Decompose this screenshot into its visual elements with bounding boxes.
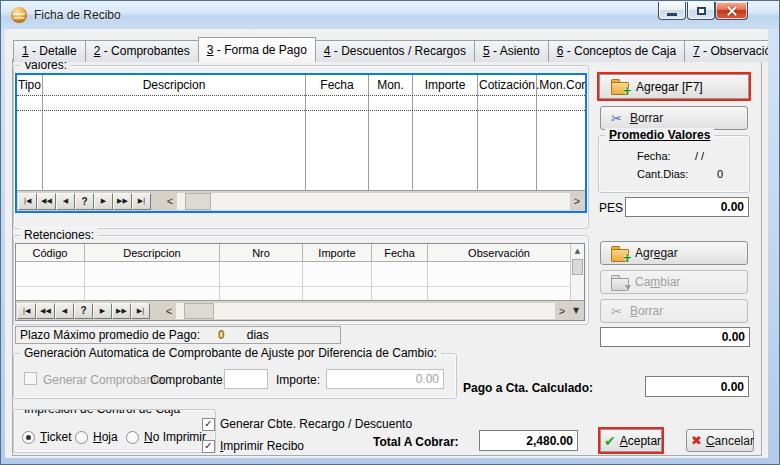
importe-field[interactable]: 0.00 [326,369,444,389]
retenciones-row-divider [16,286,570,287]
nav-first-button[interactable]: |◀ [17,303,36,319]
generar-cbte-checkbox[interactable]: ✓ [202,418,215,431]
nav-first-button[interactable]: |◀ [18,193,37,210]
aceptar-button[interactable]: ✔ Aceptar [600,429,662,452]
retenciones-group-label: Retenciones: [20,228,98,242]
impresion-group-label: Impresión de Control de Caja [20,409,184,416]
retenciones-col-observacion[interactable]: Observación [428,244,570,261]
nav-search-button[interactable]: ? [74,303,93,319]
generacion-group: Generación Automatica de Comprobante de … [13,353,457,399]
retenciones-grid[interactable]: Código Descripcion Nro Importe Fecha Obs… [15,243,585,321]
valores-agregar-button[interactable]: + Agregar [F7] [599,74,749,99]
tab-comprobantes[interactable]: 2 - Comprobantes [85,40,199,62]
nav-prev-button[interactable]: ◀ [55,303,74,319]
valores-hscrollbar[interactable]: < > [163,193,584,210]
valores-col-descripcion[interactable]: Descripcion [43,75,306,190]
valores-col-fecha[interactable]: Fecha [306,75,369,190]
retenciones-vscroll-thumb[interactable] [572,259,583,275]
retenciones-col-codigo[interactable]: Código [16,244,85,261]
scroll-up-icon[interactable]: ▲ [571,244,584,258]
nav-next-button[interactable]: ▶ [94,193,113,210]
radio-ticket-circle[interactable] [22,431,35,444]
retenciones-col-fecha[interactable]: Fecha [372,244,428,261]
imprimir-recibo-checkbox[interactable]: ✓ [202,440,215,453]
retenciones-total-field[interactable]: 0.00 [600,327,750,347]
valores-col-importe[interactable]: Importe [413,75,478,190]
imprimir-recibo-checkbox-item[interactable]: ✓ Imprimir Recibo [202,439,304,453]
tab-forma-de-pago[interactable]: 3 - Forma de Pago [198,37,316,62]
minimize-button[interactable] [658,2,686,20]
valores-grid[interactable]: Tipo Descripcion Fecha Mon. Importe Coti… [15,73,587,213]
scroll-left-icon[interactable]: < [162,305,176,317]
restore-button[interactable] [687,2,715,20]
generar-cbte-checkbox-item[interactable]: ✓ Generar Cbte. Recargo / Descuento [202,417,412,431]
radio-hoja-circle[interactable] [75,431,88,444]
valores-col-tipo[interactable]: Tipo [17,75,43,190]
pago-cta-field[interactable]: 0.00 [645,376,749,397]
radio-no-imprimir[interactable]: No Imprimir [126,430,206,444]
valores-col-mon[interactable]: Mon. [369,75,413,190]
promedio-valores-title: Promedio Valores [605,128,714,142]
retenciones-borrar-label: Borrar [630,304,663,318]
window-title: Ficha de Recibo [34,8,121,22]
total-a-cobrar-field[interactable]: 2,480.00 [479,430,578,451]
scroll-left-icon[interactable]: < [163,195,177,207]
scroll-right-icon[interactable]: > [570,195,584,207]
scissors-icon: ✂ [611,111,622,126]
close-button[interactable] [715,2,748,20]
nav-fast-prev-button[interactable]: ◀◀ [37,193,56,210]
radio-no-imprimir-circle[interactable] [126,431,139,444]
pes-amount-field[interactable]: 0.00 [625,197,749,217]
radio-hoja[interactable]: Hoja [75,430,118,444]
retenciones-body[interactable] [16,262,570,300]
retenciones-col-importe[interactable]: Importe [303,244,372,261]
retenciones-cambiar-button[interactable]: ▼ Cambiar [600,270,748,294]
nav-fast-prev-button[interactable]: ◀◀ [36,303,55,319]
folder-add-icon: + [611,82,627,93]
nav-fast-next-button[interactable]: ▶▶ [112,303,131,319]
tab-detalle[interactable]: 1 - Detalle [13,40,86,62]
nav-last-button[interactable]: ▶| [131,303,150,319]
valores-navigator: |◀ ◀◀ ◀ ? ▶ ▶▶ ▶| < > [17,190,585,211]
valores-col-imoncorr[interactable]: I.Mon.Corr [537,75,585,190]
valores-borrar-label: Borrar [630,111,663,125]
retenciones-header: Código Descripcion Nro Importe Fecha Obs… [16,244,570,262]
retenciones-col-nro[interactable]: Nro [220,244,303,261]
cancelar-label: Cancelar [706,434,754,448]
nav-next-button[interactable]: ▶ [93,303,112,319]
retenciones-vscrollbar[interactable]: ▲ [570,244,584,300]
retenciones-hscroll-track[interactable] [176,303,555,319]
imprimir-recibo-label: Imprimir Recibo [220,439,304,453]
tab-asiento[interactable]: 5 - Asiento [474,40,549,62]
generacion-group-label: Generación Automatica de Comprobante de … [20,346,441,360]
tab-observacion[interactable]: 7 - Observación [684,40,768,62]
close-icon [726,5,738,17]
retenciones-agregar-button[interactable]: + Agregar [600,241,748,265]
retenciones-hscroll-thumb[interactable] [184,303,214,319]
radio-no-imprimir-label: No Imprimir [144,430,206,444]
nav-fast-next-button[interactable]: ▶▶ [113,193,132,210]
valores-borrar-button[interactable]: ✂ Borrar [600,106,748,130]
nav-last-button[interactable]: ▶| [132,193,151,210]
valores-hscroll-thumb[interactable] [185,193,211,210]
restore-icon [697,7,706,15]
tab-conceptos-de-caja[interactable]: 6 - Conceptos de Caja [548,40,685,62]
retenciones-col-descripcion[interactable]: Descripcion [85,244,220,261]
tab-descuentos-recargos[interactable]: 4 - Descuentos / Recargos [315,40,475,62]
scroll-down-icon[interactable]: ▼ [569,306,583,315]
valores-col-cotizacion[interactable]: Cotización [478,75,537,190]
nav-prev-button[interactable]: ◀ [56,193,75,210]
radio-ticket[interactable]: Ticket [22,430,72,444]
cancelar-button[interactable]: ✖ Cancelar [686,429,754,452]
app-icon [11,7,27,23]
plazo-unit: dias [247,328,269,342]
comprobante-field[interactable] [224,369,268,389]
valores-hscroll-track[interactable] [177,193,570,210]
pago-cta-label: Pago a Cta. Calculado: [463,381,593,395]
retenciones-hscrollbar[interactable]: < > ▼ [162,303,583,319]
nav-search-button[interactable]: ? [75,193,94,210]
generar-comprobante-checkbox[interactable] [24,372,37,385]
scroll-right-icon[interactable]: > [555,305,569,317]
retenciones-borrar-button[interactable]: ✂ Borrar [600,299,748,323]
scissors-icon: ✂ [611,304,622,319]
